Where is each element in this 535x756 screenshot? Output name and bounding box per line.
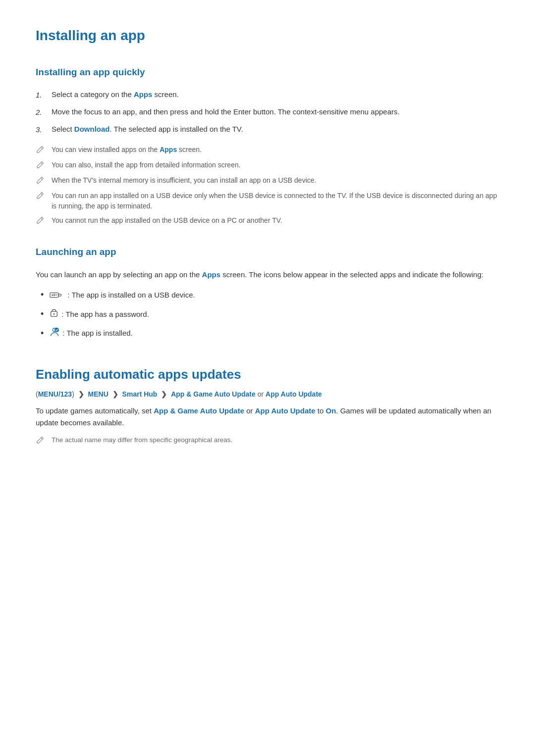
auto-update-note-1: The actual name may differ from specific… bbox=[36, 435, 499, 447]
section-title-quick-install: Installing an app quickly bbox=[36, 65, 499, 80]
auto-update-note-1-text: The actual name may differ from specific… bbox=[52, 435, 232, 445]
on-link[interactable]: On bbox=[325, 406, 336, 415]
pencil-icon-4 bbox=[36, 191, 47, 202]
svg-rect-1 bbox=[58, 294, 61, 296]
breadcrumb-sep-1: ❯ bbox=[78, 390, 84, 398]
bullet-usb-text: : The app is installed on a USB device. bbox=[67, 289, 195, 301]
bullet-lock: • : The app has a password. bbox=[41, 307, 499, 321]
steps-list: 1. Select a category on the Apps screen.… bbox=[36, 89, 499, 136]
app-game-auto-update-body-link[interactable]: App & Game Auto Update bbox=[154, 406, 244, 415]
svg-rect-3 bbox=[54, 294, 55, 296]
menu-link[interactable]: MENU bbox=[88, 390, 110, 398]
section-title-auto-update: Enabling automatic apps updates bbox=[36, 364, 499, 385]
pencil-icon-5 bbox=[36, 216, 47, 227]
pencil-icon-2 bbox=[36, 160, 47, 171]
bullet-lock-text: : The app has a password. bbox=[61, 308, 149, 320]
download-link[interactable]: Download bbox=[74, 125, 110, 133]
launching-intro: You can launch an app by selecting an ap… bbox=[36, 269, 499, 281]
note-4: You can run an app installed on a USB de… bbox=[36, 191, 499, 211]
note-1-text: You can view installed apps on the Apps … bbox=[52, 145, 202, 155]
step-1-number: 1. bbox=[36, 89, 52, 101]
bullet-installed: • : The app is installed. bbox=[41, 326, 499, 341]
step-1-text: Select a category on the Apps screen. bbox=[52, 89, 499, 101]
note-4-text: You can run an app installed on a USB de… bbox=[52, 191, 499, 211]
auto-update-body: To update games automatically, set App &… bbox=[36, 405, 499, 430]
icon-list: • : The app is installed on a USB device… bbox=[41, 288, 499, 340]
breadcrumb: (MENU/123) ❯ MENU ❯ Smart Hub ❯ App & Ga… bbox=[36, 389, 499, 400]
breadcrumb-sep-2: ❯ bbox=[112, 390, 118, 398]
note-2-text: You can also, install the app from detai… bbox=[52, 160, 241, 170]
apps-link-launch[interactable]: Apps bbox=[202, 270, 221, 279]
breadcrumb-sep-3: ❯ bbox=[161, 390, 167, 398]
auto-update-notes: The actual name may differ from specific… bbox=[36, 435, 499, 447]
note-2: You can also, install the app from detai… bbox=[36, 160, 499, 171]
breadcrumb-or: or bbox=[258, 390, 266, 398]
bullet-installed-text: : The app is installed. bbox=[62, 327, 132, 339]
bullet-usb: • : The app is installed on a USB device… bbox=[41, 288, 499, 302]
bullet-dot-1: • bbox=[41, 288, 44, 302]
lock-icon bbox=[50, 307, 61, 321]
step-2-number: 2. bbox=[36, 106, 52, 118]
note-3: When the TV's internal memory is insuffi… bbox=[36, 175, 499, 187]
installed-icon bbox=[50, 327, 62, 340]
app-game-update-link[interactable]: App & Game Auto Update bbox=[171, 390, 258, 398]
notes-list: You can view installed apps on the Apps … bbox=[36, 145, 499, 227]
step-3-number: 3. bbox=[36, 123, 52, 136]
pencil-icon-6 bbox=[36, 436, 47, 447]
note-5-text: You cannot run the app installed on the … bbox=[52, 215, 282, 226]
step-3: 3. Select Download. The selected app is … bbox=[36, 123, 499, 136]
page-title: Installing an app bbox=[36, 25, 499, 47]
apps-link-note1[interactable]: Apps bbox=[160, 146, 177, 153]
step-2: 2. Move the focus to an app, and then pr… bbox=[36, 106, 499, 118]
bullet-dot-2: • bbox=[41, 307, 44, 321]
svg-rect-2 bbox=[52, 294, 53, 296]
note-3-text: When the TV's internal memory is insuffi… bbox=[52, 175, 316, 186]
app-auto-update-body-link[interactable]: App Auto Update bbox=[255, 406, 316, 415]
usb-icon bbox=[50, 291, 64, 300]
pencil-icon-3 bbox=[36, 176, 47, 187]
step-3-text: Select Download. The selected app is ins… bbox=[52, 123, 499, 135]
breadcrumb-suffix: ) bbox=[72, 390, 76, 398]
smart-hub-link[interactable]: Smart Hub bbox=[122, 390, 160, 398]
step-1: 1. Select a category on the Apps screen. bbox=[36, 89, 499, 101]
step-2-text: Move the focus to an app, and then press… bbox=[52, 106, 499, 118]
bullet-dot-3: • bbox=[41, 326, 44, 341]
note-1: You can view installed apps on the Apps … bbox=[36, 145, 499, 156]
note-5: You cannot run the app installed on the … bbox=[36, 215, 499, 227]
svg-point-6 bbox=[54, 313, 55, 315]
app-auto-update-link[interactable]: App Auto Update bbox=[266, 390, 322, 398]
section-title-launching: Launching an app bbox=[36, 245, 499, 259]
apps-link-step1[interactable]: Apps bbox=[134, 90, 153, 99]
pencil-icon-1 bbox=[36, 145, 47, 156]
svg-point-8 bbox=[54, 328, 59, 332]
svg-rect-4 bbox=[56, 294, 57, 296]
menu-ref-link[interactable]: MENU/123 bbox=[38, 390, 72, 398]
